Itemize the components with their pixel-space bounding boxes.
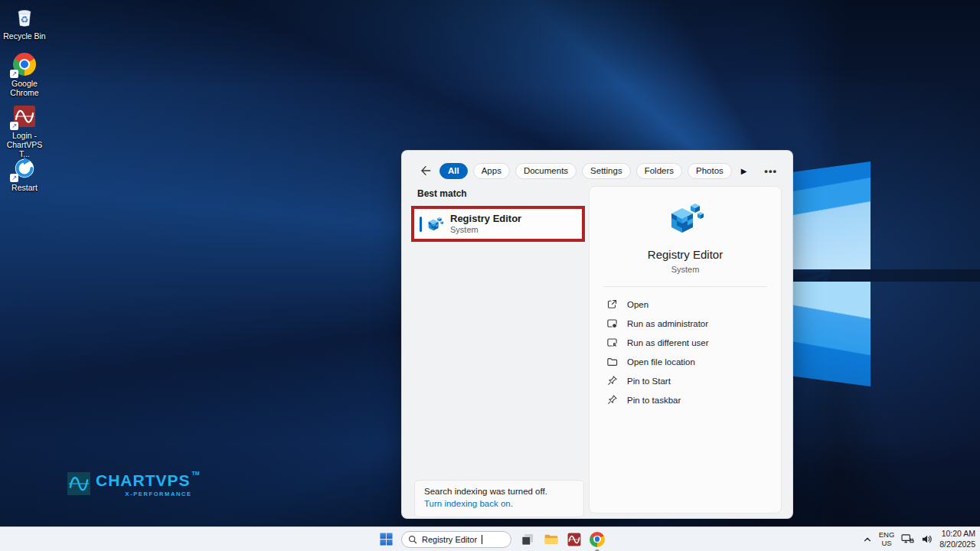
chrome-icon xyxy=(590,532,605,547)
svg-text:♻: ♻ xyxy=(21,15,29,25)
taskbar-chrome-button[interactable] xyxy=(590,532,605,547)
action-run-as-different-user[interactable]: Run as different user xyxy=(590,333,781,352)
taskbar-chartvps-button[interactable] xyxy=(567,533,581,546)
shortcut-arrow-icon: ↗ xyxy=(10,122,18,130)
detail-subtitle: System xyxy=(671,265,700,274)
desktop-icon-label: Google Chrome xyxy=(1,79,48,97)
open-icon xyxy=(606,298,618,310)
desktop-icon-recycle-bin[interactable]: ♻ Recycle Bin xyxy=(0,5,49,41)
chrome-icon: ↗ xyxy=(12,52,37,77)
taskbar: Registry Editor xyxy=(0,527,980,551)
tray-network-button[interactable] xyxy=(901,533,914,545)
recycle-bin-icon: ♻ xyxy=(12,5,37,29)
detail-panel: Registry Editor System Open xyxy=(589,186,782,514)
taskbar-file-explorer-button[interactable] xyxy=(544,532,559,547)
start-button[interactable] xyxy=(380,533,393,546)
shortcut-arrow-icon: ↗ xyxy=(10,70,18,78)
search-icon xyxy=(408,535,417,544)
task-view-icon xyxy=(520,532,535,547)
pin-icon xyxy=(606,394,618,406)
action-pin-to-taskbar[interactable]: Pin to taskbar xyxy=(590,390,781,409)
action-pin-to-start[interactable]: Pin to Start xyxy=(590,371,781,390)
chevron-up-icon xyxy=(863,535,872,544)
tray-time: 10:20 AM xyxy=(939,529,975,540)
tab-apps[interactable]: Apps xyxy=(473,163,510,179)
restart-icon: ↗ xyxy=(12,156,37,181)
windows-logo-icon xyxy=(380,533,393,546)
result-title: Registry Editor xyxy=(450,214,521,225)
tray-clock[interactable]: 10:20 AM 8/20/2025 xyxy=(939,529,975,549)
watermark-tm: TM xyxy=(192,471,200,476)
tab-all[interactable]: All xyxy=(439,163,468,179)
chartvps-logo-icon xyxy=(67,472,90,495)
indexing-notice: Search indexing was turned off. Turn ind… xyxy=(414,480,584,517)
action-run-as-administrator[interactable]: Run as administrator xyxy=(590,314,781,333)
chartvps-watermark: CHARTVPS TM X-PERFORMANCE xyxy=(67,472,200,497)
selection-indicator xyxy=(420,217,422,232)
registry-editor-icon xyxy=(667,201,704,237)
chartvps-app-icon xyxy=(567,533,581,546)
desktop-icon-label: Recycle Bin xyxy=(3,31,45,41)
speaker-icon xyxy=(921,533,933,545)
action-open[interactable]: Open xyxy=(590,295,781,314)
desktop-icon-label: Restart xyxy=(11,183,38,192)
back-button[interactable] xyxy=(419,164,433,178)
desktop-icon-login-chartvps[interactable]: ↗ Login - ChartVPS T... xyxy=(0,104,49,158)
pin-icon xyxy=(606,375,618,386)
divider xyxy=(603,286,767,287)
network-icon xyxy=(901,533,914,545)
turn-indexing-on-link[interactable]: Turn indexing back on. xyxy=(424,499,513,508)
tab-settings[interactable]: Settings xyxy=(582,163,631,179)
section-title: Best match xyxy=(417,188,467,199)
run-admin-icon xyxy=(606,318,618,329)
tray-language-indicator[interactable]: ENG US xyxy=(879,531,895,548)
taskbar-task-view-button[interactable] xyxy=(520,532,535,547)
screen: ♻ Recycle Bin ↗ Google Chrome ↗ Login - … xyxy=(0,0,980,551)
tray-show-hidden-icons-button[interactable] xyxy=(863,535,872,544)
watermark-brand: CHARTVPS xyxy=(96,472,191,488)
tab-folders[interactable]: Folders xyxy=(636,163,682,179)
search-tabs-bar: All Apps Documents Settings Folders Phot… xyxy=(419,162,780,179)
annotation-box: Registry Editor System xyxy=(411,206,585,242)
shortcut-arrow-icon: ↗ xyxy=(10,174,18,182)
watermark-tagline: X-PERFORMANCE xyxy=(126,491,192,497)
best-match-item[interactable]: Registry Editor System xyxy=(414,209,582,239)
wallpaper-window-gap xyxy=(775,269,980,282)
search-input-value: Registry Editor xyxy=(422,535,477,544)
tray-volume-button[interactable] xyxy=(921,533,933,545)
more-tabs-arrow-icon[interactable]: ▶ xyxy=(741,167,747,175)
desktop-icon-restart[interactable]: ↗ Restart xyxy=(0,156,49,192)
detail-title: Registry Editor xyxy=(648,248,723,261)
chartvps-app-icon: ↗ xyxy=(12,104,37,129)
result-subtitle: System xyxy=(450,225,521,234)
options-ellipsis-icon[interactable]: ••• xyxy=(761,165,780,177)
text-caret xyxy=(482,535,482,544)
tab-photos[interactable]: Photos xyxy=(688,163,732,179)
desktop-icon-label: Login - ChartVPS T... xyxy=(1,131,48,158)
action-open-file-location[interactable]: Open file location xyxy=(590,352,781,371)
registry-editor-icon xyxy=(426,216,443,233)
search-flyout: All Apps Documents Settings Folders Phot… xyxy=(401,150,793,519)
run-user-icon xyxy=(606,337,618,348)
tray-date: 8/20/2025 xyxy=(939,540,975,550)
notice-text: Search indexing was turned off. xyxy=(424,487,574,496)
file-explorer-icon xyxy=(544,532,559,547)
taskbar-search-input[interactable]: Registry Editor xyxy=(401,531,511,548)
tab-documents[interactable]: Documents xyxy=(515,163,577,179)
action-list: Open Run as administrator xyxy=(590,295,781,409)
search-filter-tabs: All Apps Documents Settings Folders Phot… xyxy=(439,163,732,179)
folder-icon xyxy=(606,356,618,367)
desktop-icon-google-chrome[interactable]: ↗ Google Chrome xyxy=(0,52,49,97)
